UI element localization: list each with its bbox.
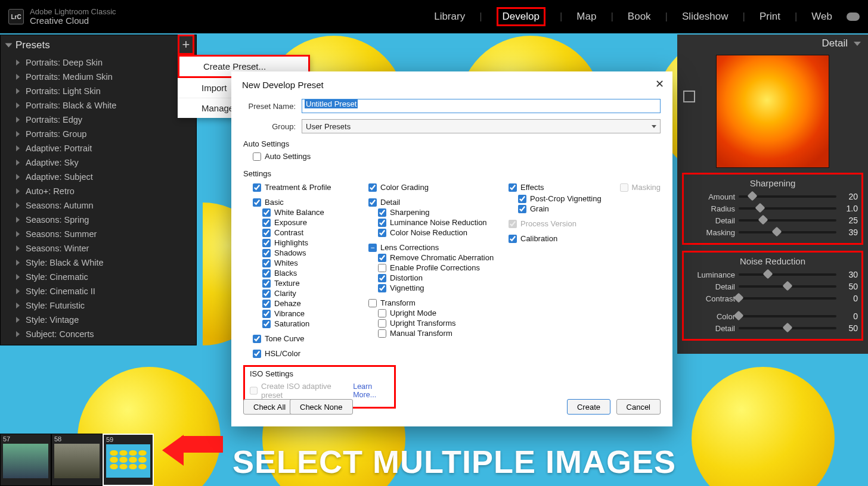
thumb-57[interactable]: 57 [0, 434, 51, 486]
chk-iso-adaptive[interactable]: Create ISO adaptive preset [250, 382, 336, 400]
chk-vignetting[interactable]: Vignetting [378, 284, 497, 292]
preset-item-12[interactable]: Seasons: Summer [1, 227, 196, 241]
settings-title: Settings [243, 169, 661, 178]
preset-name-value: Untitled Preset [305, 99, 358, 108]
slider-radius[interactable]: Radius1.0 [687, 204, 858, 213]
chk-saturation[interactable]: Saturation [262, 319, 356, 328]
detail-preview[interactable] [716, 55, 829, 168]
chk-pcv[interactable]: Post-Crop Vignetting [518, 194, 661, 203]
chk-upright-t[interactable]: Upright Transforms [378, 319, 497, 328]
chk-upright-mode[interactable]: Upright Mode [378, 309, 497, 317]
presets-panel: Presets Portraits: Deep SkinPortraits: M… [0, 35, 197, 345]
target-icon[interactable] [683, 91, 695, 102]
chk-color-grading[interactable]: Color Grading [368, 183, 497, 192]
cancel-button[interactable]: Cancel [616, 399, 661, 415]
chk-exposure[interactable]: Exposure [262, 218, 356, 227]
preset-item-9[interactable]: Auto+: Retro [1, 184, 196, 198]
chk-dehaze[interactable]: Dehaze [262, 299, 356, 308]
group-value: User Presets [306, 122, 351, 131]
preset-item-3[interactable]: Portraits: Black & White [1, 98, 196, 113]
preset-item-0[interactable]: Portraits: Deep Skin [1, 55, 196, 70]
slider-nr-detail[interactable]: Detail50 [687, 282, 858, 291]
slider-detail[interactable]: Detail25 [687, 216, 858, 225]
preset-item-5[interactable]: Portraits: Group [1, 127, 196, 141]
chk-detail[interactable]: Detail [368, 198, 497, 207]
module-slideshow[interactable]: Slideshow [682, 11, 728, 23]
chk-lens[interactable]: −Lens Corrections [368, 243, 497, 252]
preset-name-label: Preset Name: [243, 102, 296, 111]
chk-white-balance[interactable]: White Balance [262, 208, 356, 217]
chk-auto-settings[interactable]: Auto Settings [253, 152, 661, 161]
preset-item-10[interactable]: Seasons: Autumn [1, 198, 196, 213]
chk-blacks[interactable]: Blacks [262, 269, 356, 278]
check-none-button[interactable]: Check None [290, 399, 353, 415]
check-all-button[interactable]: Check All [243, 399, 296, 415]
dialog-close-icon[interactable]: ✕ [655, 77, 664, 91]
preset-item-19[interactable]: Subject: Concerts [1, 327, 196, 341]
chk-texture[interactable]: Texture [262, 279, 356, 288]
slider-nr-detail2[interactable]: Detail50 [687, 323, 858, 333]
chk-vibrance[interactable]: Vibrance [262, 309, 356, 318]
add-preset-button[interactable]: + [178, 35, 194, 55]
module-book[interactable]: Book [628, 11, 651, 23]
preset-item-18[interactable]: Style: Vintage [1, 313, 196, 327]
thumb-59[interactable]: 59 [103, 434, 154, 486]
preset-item-11[interactable]: Seasons: Spring [1, 213, 196, 227]
chk-contrast[interactable]: Contrast [262, 228, 356, 237]
slider-amount[interactable]: Amount20 [687, 192, 858, 201]
chk-process[interactable]: Process Version [509, 219, 661, 228]
chk-highlights[interactable]: Highlights [262, 238, 356, 247]
preset-item-4[interactable]: Portraits: Edgy [1, 113, 196, 127]
chk-treatment[interactable]: Treatment & Profile [253, 183, 356, 192]
preset-item-14[interactable]: Style: Black & White [1, 256, 196, 270]
chk-sharpening[interactable]: Sharpening [378, 208, 497, 217]
presets-header[interactable]: Presets [1, 35, 196, 55]
create-button[interactable]: Create [567, 399, 610, 415]
chk-enable-profile[interactable]: Enable Profile Corrections [378, 263, 497, 272]
slider-nr-contrast[interactable]: Contrast0 [687, 294, 858, 303]
preset-name-input[interactable]: Untitled Preset [302, 99, 661, 113]
preset-item-17[interactable]: Style: Futuristic [1, 298, 196, 313]
module-print[interactable]: Print [760, 11, 780, 23]
iso-learn-more-link[interactable]: Learn More... [353, 382, 389, 399]
slider-masking[interactable]: Masking39 [687, 228, 858, 237]
app-logo: LrC [8, 9, 24, 24]
preset-item-7[interactable]: Adaptive: Sky [1, 155, 196, 170]
slider-luminance[interactable]: Luminance30 [687, 270, 858, 279]
preset-item-6[interactable]: Adaptive: Portrait [1, 141, 196, 155]
chk-transform[interactable]: Transform [368, 298, 497, 307]
chevron-down-icon [652, 125, 656, 128]
preset-item-15[interactable]: Style: Cinematic [1, 270, 196, 284]
module-develop[interactable]: Develop [497, 7, 545, 26]
chk-distortion[interactable]: Distortion [378, 273, 497, 282]
preset-item-8[interactable]: Adaptive: Subject [1, 170, 196, 184]
group-label: Group: [243, 122, 296, 131]
preset-item-1[interactable]: Portraits: Medium Skin [1, 70, 196, 84]
chk-basic[interactable]: Basic [253, 198, 356, 207]
group-select[interactable]: User Presets [302, 119, 661, 133]
chk-whites[interactable]: Whites [262, 258, 356, 267]
chk-grain[interactable]: Grain [518, 204, 661, 213]
slider-nr-color[interactable]: Color0 [687, 311, 858, 321]
chk-hsl-color[interactable]: HSL/Color [253, 349, 356, 358]
module-library[interactable]: Library [434, 11, 465, 23]
preset-item-16[interactable]: Style: Cinematic II [1, 284, 196, 298]
cloud-sync-icon[interactable] [847, 13, 860, 21]
chk-clarity[interactable]: Clarity [262, 289, 356, 298]
preset-item-2[interactable]: Portraits: Light Skin [1, 84, 196, 98]
detail-header[interactable]: Detail [677, 35, 868, 52]
thumb-58[interactable]: 58 [51, 434, 103, 486]
chk-lum-nr[interactable]: Luminance Noise Reduction [378, 218, 497, 227]
chk-effects[interactable]: Effects [509, 183, 544, 192]
chk-calibration[interactable]: Calibration [509, 234, 661, 243]
chk-tone-curve[interactable]: Tone Curve [253, 334, 356, 343]
chk-masking[interactable]: Masking [620, 183, 661, 192]
chk-manual-t[interactable]: Manual Transform [378, 329, 497, 338]
module-picker: Library| Develop| Map| Book| Slideshow| … [434, 7, 860, 26]
module-web[interactable]: Web [811, 11, 832, 23]
preset-item-13[interactable]: Seasons: Winter [1, 241, 196, 256]
chk-remove-ca[interactable]: Remove Chromatic Aberration [378, 253, 497, 262]
chk-color-nr[interactable]: Color Noise Reduction [378, 228, 497, 237]
module-map[interactable]: Map [576, 11, 596, 23]
chk-shadows[interactable]: Shadows [262, 248, 356, 257]
